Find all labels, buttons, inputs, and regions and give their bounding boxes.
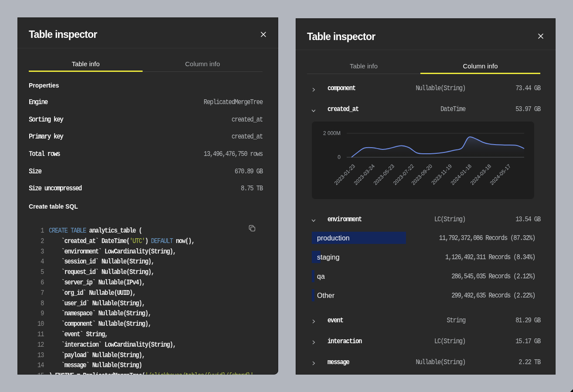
svg-text:2024-05-17: 2024-05-17 <box>489 163 512 186</box>
svg-text:2 000M: 2 000M <box>323 130 341 136</box>
svg-text:0: 0 <box>338 154 341 160</box>
